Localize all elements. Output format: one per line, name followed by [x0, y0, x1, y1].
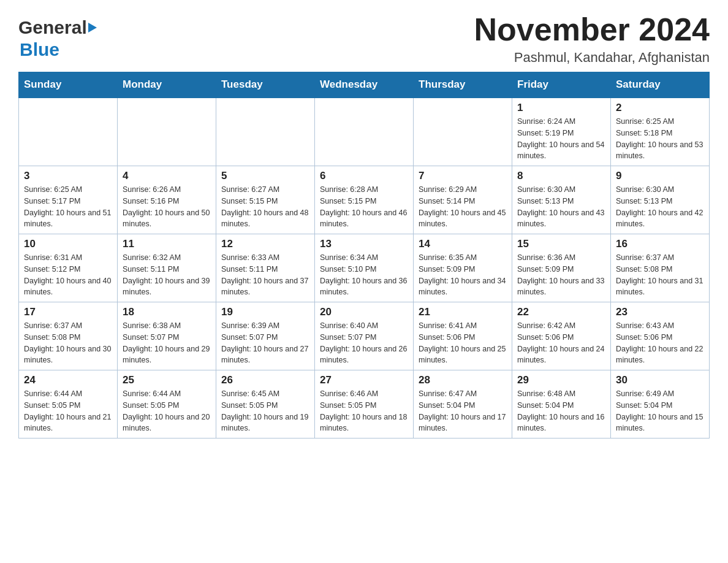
- calendar-cell: 6Sunrise: 6:28 AM Sunset: 5:15 PM Daylig…: [315, 166, 414, 234]
- calendar-cell: [118, 98, 216, 166]
- day-info: Sunrise: 6:32 AM Sunset: 5:11 PM Dayligh…: [123, 252, 211, 298]
- calendar-cell: 10Sunrise: 6:31 AM Sunset: 5:12 PM Dayli…: [19, 234, 118, 302]
- day-info: Sunrise: 6:40 AM Sunset: 5:07 PM Dayligh…: [320, 320, 408, 366]
- calendar-cell: 5Sunrise: 6:27 AM Sunset: 5:15 PM Daylig…: [216, 166, 315, 234]
- calendar-cell: 26Sunrise: 6:45 AM Sunset: 5:05 PM Dayli…: [216, 370, 315, 439]
- day-number: 2: [616, 102, 704, 114]
- day-number: 27: [320, 374, 408, 386]
- logo-general-text: General: [18, 17, 87, 38]
- day-number: 15: [517, 238, 605, 250]
- day-info: Sunrise: 6:44 AM Sunset: 5:05 PM Dayligh…: [24, 388, 112, 434]
- location-text: Pashmul, Kandahar, Afghanistan: [474, 50, 710, 66]
- day-number: 3: [24, 170, 112, 182]
- calendar-cell: 2Sunrise: 6:25 AM Sunset: 5:18 PM Daylig…: [611, 98, 710, 166]
- calendar-cell: 14Sunrise: 6:35 AM Sunset: 5:09 PM Dayli…: [414, 234, 512, 302]
- day-info: Sunrise: 6:44 AM Sunset: 5:05 PM Dayligh…: [123, 388, 211, 434]
- calendar-cell: 8Sunrise: 6:30 AM Sunset: 5:13 PM Daylig…: [512, 166, 611, 234]
- calendar-cell: 22Sunrise: 6:42 AM Sunset: 5:06 PM Dayli…: [512, 302, 611, 370]
- day-number: 25: [123, 374, 211, 386]
- day-number: 26: [221, 374, 309, 386]
- calendar-cell: 17Sunrise: 6:37 AM Sunset: 5:08 PM Dayli…: [19, 302, 118, 370]
- calendar-cell: 9Sunrise: 6:30 AM Sunset: 5:13 PM Daylig…: [611, 166, 710, 234]
- calendar-cell: 12Sunrise: 6:33 AM Sunset: 5:11 PM Dayli…: [216, 234, 315, 302]
- calendar-header-row: SundayMondayTuesdayWednesdayThursdayFrid…: [19, 72, 710, 98]
- calendar-week-2: 3Sunrise: 6:25 AM Sunset: 5:17 PM Daylig…: [19, 166, 710, 234]
- day-number: 6: [320, 170, 408, 182]
- calendar-cell: 27Sunrise: 6:46 AM Sunset: 5:05 PM Dayli…: [315, 370, 414, 439]
- calendar-week-3: 10Sunrise: 6:31 AM Sunset: 5:12 PM Dayli…: [19, 234, 710, 302]
- calendar-header-sunday: Sunday: [19, 72, 118, 98]
- day-number: 9: [616, 170, 704, 182]
- logo-blue-text: Blue: [20, 39, 59, 59]
- day-number: 8: [517, 170, 605, 182]
- day-info: Sunrise: 6:37 AM Sunset: 5:08 PM Dayligh…: [616, 252, 704, 298]
- logo-triangle-icon: [88, 23, 97, 33]
- day-number: 5: [221, 170, 309, 182]
- day-number: 23: [616, 306, 704, 318]
- calendar-header-monday: Monday: [118, 72, 216, 98]
- calendar-cell: [19, 98, 118, 166]
- title-area: November 2024 Pashmul, Kandahar, Afghani…: [474, 12, 710, 66]
- day-info: Sunrise: 6:31 AM Sunset: 5:12 PM Dayligh…: [24, 252, 112, 298]
- day-info: Sunrise: 6:25 AM Sunset: 5:17 PM Dayligh…: [24, 184, 112, 230]
- day-info: Sunrise: 6:36 AM Sunset: 5:09 PM Dayligh…: [517, 252, 605, 298]
- day-number: 16: [616, 238, 704, 250]
- day-info: Sunrise: 6:45 AM Sunset: 5:05 PM Dayligh…: [221, 388, 309, 434]
- day-number: 30: [616, 374, 704, 386]
- day-number: 28: [419, 374, 507, 386]
- day-info: Sunrise: 6:35 AM Sunset: 5:09 PM Dayligh…: [419, 252, 507, 298]
- calendar-header-wednesday: Wednesday: [315, 72, 414, 98]
- calendar-cell: 24Sunrise: 6:44 AM Sunset: 5:05 PM Dayli…: [19, 370, 118, 439]
- calendar-cell: [216, 98, 315, 166]
- calendar-week-5: 24Sunrise: 6:44 AM Sunset: 5:05 PM Dayli…: [19, 370, 710, 439]
- calendar-cell: 25Sunrise: 6:44 AM Sunset: 5:05 PM Dayli…: [118, 370, 216, 439]
- calendar-cell: 30Sunrise: 6:49 AM Sunset: 5:04 PM Dayli…: [611, 370, 710, 439]
- day-number: 13: [320, 238, 408, 250]
- calendar-cell: 18Sunrise: 6:38 AM Sunset: 5:07 PM Dayli…: [118, 302, 216, 370]
- day-number: 21: [419, 306, 507, 318]
- calendar-cell: 16Sunrise: 6:37 AM Sunset: 5:08 PM Dayli…: [611, 234, 710, 302]
- day-number: 18: [123, 306, 211, 318]
- calendar-cell: 11Sunrise: 6:32 AM Sunset: 5:11 PM Dayli…: [118, 234, 216, 302]
- day-info: Sunrise: 6:49 AM Sunset: 5:04 PM Dayligh…: [616, 388, 704, 434]
- calendar-cell: [315, 98, 414, 166]
- calendar-header-tuesday: Tuesday: [216, 72, 315, 98]
- calendar-cell: 7Sunrise: 6:29 AM Sunset: 5:14 PM Daylig…: [414, 166, 512, 234]
- day-number: 29: [517, 374, 605, 386]
- day-number: 20: [320, 306, 408, 318]
- day-info: Sunrise: 6:38 AM Sunset: 5:07 PM Dayligh…: [123, 320, 211, 366]
- day-number: 22: [517, 306, 605, 318]
- calendar-cell: 29Sunrise: 6:48 AM Sunset: 5:04 PM Dayli…: [512, 370, 611, 439]
- calendar-cell: 4Sunrise: 6:26 AM Sunset: 5:16 PM Daylig…: [118, 166, 216, 234]
- day-number: 4: [123, 170, 211, 182]
- calendar-cell: 3Sunrise: 6:25 AM Sunset: 5:17 PM Daylig…: [19, 166, 118, 234]
- day-info: Sunrise: 6:30 AM Sunset: 5:13 PM Dayligh…: [616, 184, 704, 230]
- calendar-cell: 20Sunrise: 6:40 AM Sunset: 5:07 PM Dayli…: [315, 302, 414, 370]
- calendar-cell: 15Sunrise: 6:36 AM Sunset: 5:09 PM Dayli…: [512, 234, 611, 302]
- calendar-cell: 21Sunrise: 6:41 AM Sunset: 5:06 PM Dayli…: [414, 302, 512, 370]
- calendar-cell: 19Sunrise: 6:39 AM Sunset: 5:07 PM Dayli…: [216, 302, 315, 370]
- day-number: 12: [221, 238, 309, 250]
- day-number: 19: [221, 306, 309, 318]
- day-info: Sunrise: 6:43 AM Sunset: 5:06 PM Dayligh…: [616, 320, 704, 366]
- day-info: Sunrise: 6:46 AM Sunset: 5:05 PM Dayligh…: [320, 388, 408, 434]
- day-info: Sunrise: 6:25 AM Sunset: 5:18 PM Dayligh…: [616, 116, 704, 162]
- day-info: Sunrise: 6:37 AM Sunset: 5:08 PM Dayligh…: [24, 320, 112, 366]
- calendar-table: SundayMondayTuesdayWednesdayThursdayFrid…: [18, 72, 710, 439]
- calendar-header-friday: Friday: [512, 72, 611, 98]
- day-info: Sunrise: 6:24 AM Sunset: 5:19 PM Dayligh…: [517, 116, 605, 162]
- logo: General Blue: [18, 12, 97, 60]
- calendar-header-saturday: Saturday: [611, 72, 710, 98]
- day-number: 24: [24, 374, 112, 386]
- calendar-header-thursday: Thursday: [414, 72, 512, 98]
- day-info: Sunrise: 6:26 AM Sunset: 5:16 PM Dayligh…: [123, 184, 211, 230]
- calendar-cell: [414, 98, 512, 166]
- calendar-cell: 28Sunrise: 6:47 AM Sunset: 5:04 PM Dayli…: [414, 370, 512, 439]
- day-info: Sunrise: 6:34 AM Sunset: 5:10 PM Dayligh…: [320, 252, 408, 298]
- calendar-week-4: 17Sunrise: 6:37 AM Sunset: 5:08 PM Dayli…: [19, 302, 710, 370]
- month-title: November 2024: [474, 12, 710, 47]
- day-number: 10: [24, 238, 112, 250]
- day-number: 7: [419, 170, 507, 182]
- day-info: Sunrise: 6:48 AM Sunset: 5:04 PM Dayligh…: [517, 388, 605, 434]
- day-info: Sunrise: 6:29 AM Sunset: 5:14 PM Dayligh…: [419, 184, 507, 230]
